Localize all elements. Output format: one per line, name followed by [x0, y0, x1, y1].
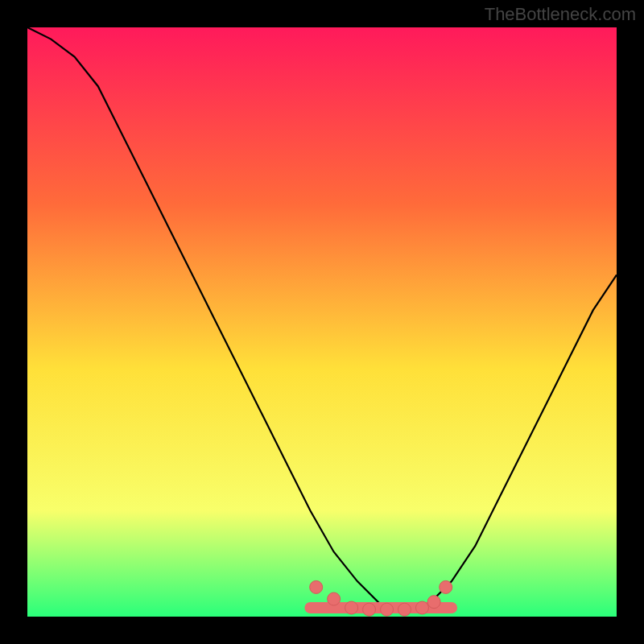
marker-dot — [427, 596, 440, 609]
bottleneck-chart — [27, 27, 617, 617]
marker-dot — [328, 592, 341, 605]
gradient-bg — [27, 27, 617, 617]
marker-dot — [440, 580, 452, 593]
marker-dot — [345, 601, 358, 614]
marker-dot — [310, 580, 323, 593]
marker-dot — [363, 603, 376, 616]
marker-dot — [398, 603, 411, 616]
chart-svg — [27, 27, 617, 617]
attribution-text: TheBottleneck.com — [485, 4, 636, 25]
marker-dot — [415, 601, 428, 614]
marker-dot — [381, 603, 394, 616]
